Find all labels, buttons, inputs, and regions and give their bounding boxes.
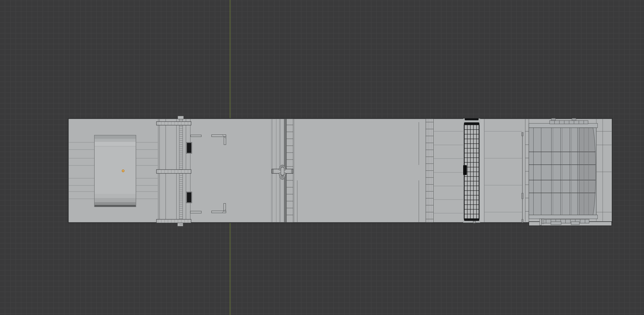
edge-step-a (540, 219, 541, 225)
bench-slats-upper (187, 143, 191, 153)
wall-segment-bottom (190, 211, 201, 213)
pool-band-bottom-2 (95, 198, 136, 202)
edge-tiles-bottom (541, 219, 589, 223)
screen-foot (473, 221, 475, 223)
pool-band-top-2 (95, 139, 136, 142)
wall-l-top-vertical (224, 137, 226, 145)
canopy-header (529, 123, 598, 128)
stair-landing-top (156, 122, 191, 125)
bench-slats-lower (187, 192, 191, 202)
edge-tiles-top (550, 121, 588, 124)
stair-landing-bottom (156, 219, 191, 223)
wall-l-bottom-vertical (224, 203, 226, 211)
pool-band-bottom-3 (95, 202, 136, 205)
viewport-canvas[interactable] (0, 0, 644, 315)
canopy-footer (529, 215, 598, 219)
screen-handle (463, 165, 467, 175)
origin-point (122, 170, 124, 172)
rail-bracket-top (522, 132, 523, 136)
3d-viewport[interactable] (0, 0, 644, 315)
pool-band-top-1 (95, 135, 136, 139)
edge-step-d (571, 222, 579, 225)
pool-band-bottom-4 (95, 205, 136, 207)
rail-bracket-bottom (522, 219, 523, 223)
edge-stub-a (551, 118, 556, 121)
screen-cap-top-outer (465, 118, 479, 120)
wall-segment-top (191, 135, 201, 137)
stair-top-stub (178, 116, 184, 119)
rail-bracket-mid (522, 193, 523, 199)
canopy-roof-curved-edge (579, 128, 596, 215)
edge-step-b (542, 219, 544, 224)
entry-pivot (281, 167, 284, 175)
edge-stub-b (572, 118, 576, 121)
screen-cap-bottom (464, 219, 479, 221)
edge-step-c (551, 222, 561, 225)
pool-band-top-3 (95, 142, 136, 146)
stair-landing-mid (156, 170, 191, 173)
pool-band-bottom-1 (95, 194, 136, 198)
